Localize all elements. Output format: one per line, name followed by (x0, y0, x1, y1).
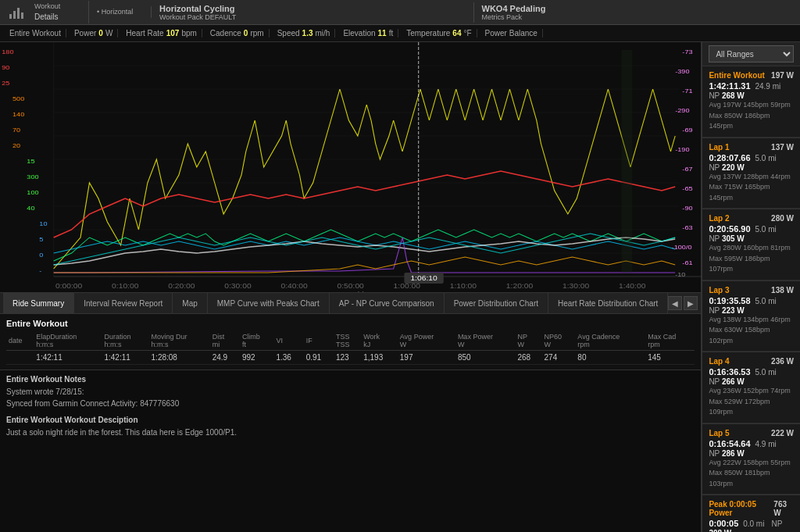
card-dist-6: 0.0 mi (741, 520, 764, 528)
metric-hr[interactable]: Heart Rate 107 bpm (121, 29, 202, 37)
description-title: Entire Workout Workout Desciption (6, 416, 695, 424)
card-stats-5: Avg 222W 158bpm 55rpmMax 850W 181bpm 103… (709, 458, 794, 490)
svg-text:5: 5 (39, 236, 43, 243)
card-title-2: Lap 2 (709, 214, 729, 223)
card-header-5: Lap 5 222 W (709, 429, 794, 437)
col-np60: NP60W (542, 331, 576, 351)
metric-temperature[interactable]: Temperature 64 °F (402, 29, 477, 37)
chart-icon[interactable] (5, 2, 27, 23)
tab-hr-dist[interactable]: Heart Rate Distribution Chart (548, 293, 668, 313)
chart-area[interactable]: 0:00:00 0:10:00 0:20:00 0:30:00 0:40:00 … (0, 42, 701, 292)
svg-text:-69: -69 (682, 127, 692, 134)
cell-avgcad: 80 (575, 351, 645, 365)
svg-text:140: 140 (12, 111, 24, 118)
cell-vi: 1.36 (273, 351, 303, 365)
cell-np: 268 (515, 351, 541, 365)
tab-ride-summary[interactable]: Ride Summary (3, 293, 74, 313)
workout-card-4[interactable]: Lap 4 236 W 0:16:36.53 5.0 mi NP 266 W A… (702, 352, 800, 423)
card-time-6: 0:00:05 (709, 519, 738, 528)
svg-text:1:10:00: 1:10:00 (450, 282, 477, 290)
card-stat-row-5: Max 850W 181bpm 103rpm (709, 468, 794, 489)
metric-cadence[interactable]: Cadence 0 rpm (205, 29, 270, 37)
card-header-1: Lap 1 137 W (709, 143, 794, 152)
tab-interval-review[interactable]: Interval Review Report (74, 293, 173, 313)
card-np-val-0: 268 W (722, 91, 745, 100)
workout-card-5[interactable]: Lap 5 222 W 0:16:54.64 4.9 mi NP 286 W A… (702, 424, 800, 495)
card-time-2: 0:20:56.90 (709, 224, 750, 234)
metric-val-3: 0 (244, 29, 248, 37)
metric-val-5: 11 (378, 29, 387, 37)
cell-dur: 1:42:11 (102, 351, 148, 365)
metric-entire-workout[interactable]: Entire Workout (5, 29, 66, 37)
metric-speed[interactable]: Speed 1.3 mi/h (273, 29, 336, 37)
metric-name-1: Power (74, 29, 96, 37)
svg-text:300: 300 (27, 173, 38, 180)
card-dist-2: 5.0 mi (753, 225, 777, 234)
workout-card-3[interactable]: Lap 3 138 W 0:19:35.58 5.0 mi NP 223 W A… (702, 281, 800, 352)
summary-data-row: 1:42:11 1:42:11 1:28:08 24.9 992 1.36 0.… (6, 351, 695, 365)
col-np: NPW (515, 331, 541, 351)
svg-rect-4 (0, 42, 701, 292)
notes-section: Entire Workout Notes System wrote 7/28/1… (0, 370, 701, 532)
notes-content: System wrote 7/28/15: Synced from Garmin… (6, 386, 695, 409)
metrics-pack-main: WKO4 Pedaling (482, 4, 788, 13)
tab-label-6: Heart Rate Distribution Chart (558, 299, 658, 308)
workout-card-0[interactable]: Entire Workout 197 W 1:42:11.31 24.9 mi … (702, 66, 800, 137)
left-panel: 0:00:00 0:10:00 0:20:00 0:30:00 0:40:00 … (0, 42, 702, 532)
card-dist-3: 5.0 mi (753, 297, 777, 305)
metric-power-balance[interactable]: Power Balance (480, 29, 543, 37)
card-dist-1: 5.0 mi (753, 154, 777, 162)
card-stat-row-2: Avg 280W 160bpm 81rpm (709, 243, 794, 254)
col-climb: Climbft (240, 331, 274, 351)
svg-text:-67: -67 (682, 166, 692, 173)
metric-elevation[interactable]: Elevation 11 ft (338, 29, 398, 37)
card-stat-row-1: Max 715W 165bpm 145rpm (709, 182, 794, 203)
svg-text:-61: -61 (682, 259, 692, 266)
card-stats-3: Avg 138W 134bpm 46rpmMax 630W 158bpm 102… (709, 315, 794, 347)
tab-mmp-curve[interactable]: MMP Curve with Peaks Chart (208, 293, 330, 313)
card-power-2: 280 W (771, 214, 794, 223)
horizontal-section[interactable]: • Horizontal (89, 6, 152, 19)
card-stats-0: Avg 197W 145bpm 59rpmMax 850W 186bpm 145… (709, 100, 794, 132)
workout-card-1[interactable]: Lap 1 137 W 0:28:07.66 5.0 mi NP 220 W A… (702, 138, 800, 209)
metric-unit-2: bpm (181, 29, 196, 37)
cell-tss: 123 (334, 351, 361, 365)
svg-text:1:20:00: 1:20:00 (506, 282, 533, 290)
metric-unit-4: mi/h (315, 29, 330, 37)
metrics-pack-title-section: WKO4 Pedaling Metrics Pack (473, 2, 796, 23)
workout-title-main: Horizontal Cycling (159, 4, 466, 13)
tab-prev-button[interactable]: ◀ (668, 296, 682, 310)
range-select[interactable]: All Ranges (709, 45, 794, 62)
card-np-val-3: 223 W (722, 306, 745, 315)
svg-text:25: 25 (2, 80, 9, 87)
card-stats-2: Avg 280W 160bpm 81rpmMax 595W 186bpm 107… (709, 243, 794, 275)
svg-text:1:40:00: 1:40:00 (619, 282, 645, 290)
col-if: IF (304, 331, 334, 351)
workout-description: Entire Workout Workout Desciption Just a… (6, 416, 695, 438)
metrics-pack-sub: Metrics Pack (482, 13, 788, 21)
tab-power-dist[interactable]: Power Distribution Chart (445, 293, 548, 313)
tab-next-button[interactable]: ▶ (684, 296, 698, 310)
svg-text:15: 15 (27, 158, 34, 165)
workout-chart[interactable]: 0:00:00 0:10:00 0:20:00 0:30:00 0:40:00 … (0, 42, 701, 292)
col-tss: TSSTSS (334, 331, 361, 351)
workout-card-6[interactable]: Peak 0:00:05 Power 763 W 0:00:05 0.0 mi … (702, 495, 800, 532)
workout-title-section: Horizontal Cycling Workout Pack DEFAULT (152, 2, 473, 23)
system-note-content: Synced from Garmin Connect Activity: 847… (6, 398, 695, 409)
workout-notes-title: Entire Workout Notes (6, 375, 695, 384)
metric-val-4: 1.3 (302, 29, 313, 37)
card-title-3: Lap 3 (709, 286, 729, 295)
metric-power[interactable]: Power 0 W (70, 29, 118, 37)
tab-ap-np[interactable]: AP - NP Curve Comparison (330, 293, 445, 313)
workout-card-2[interactable]: Lap 2 280 W 0:20:56.90 5.0 mi NP 305 W A… (702, 209, 800, 280)
tab-map[interactable]: Map (173, 293, 207, 313)
svg-text:0:30:00: 0:30:00 (224, 282, 251, 290)
col-avgpow: Avg PowerW (398, 331, 455, 351)
section-value-1: Details (34, 12, 80, 22)
workout-details-section[interactable]: Workout Details (27, 1, 89, 23)
svg-text:-390: -390 (675, 68, 690, 75)
card-power-1: 137 W (771, 143, 794, 152)
card-power-4: 236 W (771, 357, 794, 366)
col-dur: Durationh:m:s (102, 331, 148, 351)
tab-label-3: MMP Curve with Peaks Chart (217, 299, 320, 308)
